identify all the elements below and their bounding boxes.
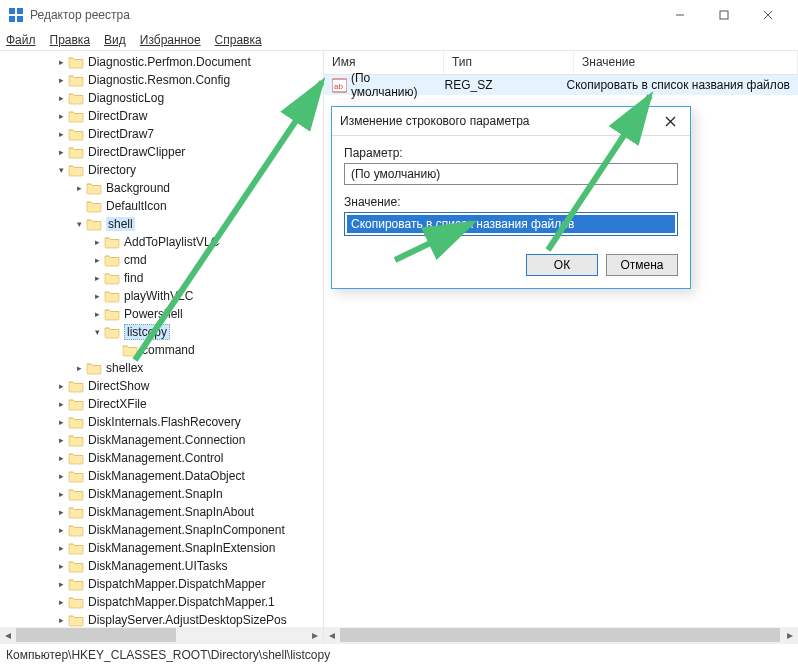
chevron-right-icon[interactable]: ▸ [90,235,104,249]
scroll-right-icon[interactable]: ▸ [307,627,323,643]
status-path: Компьютер\HKEY_CLASSES_ROOT\Directory\sh… [6,648,330,662]
col-header-value[interactable]: Значение [574,51,798,74]
tree-item[interactable]: ▸DirectDrawClipper [0,143,323,161]
tree-item[interactable]: ▸shellex [0,359,323,377]
window-title: Редактор реестра [30,8,658,22]
folder-icon [68,595,84,609]
chevron-right-icon[interactable]: ▸ [90,253,104,267]
tree-item[interactable]: ▸DirectDraw7 [0,125,323,143]
tree-item[interactable]: ▸DiskManagement.SnapInAbout [0,503,323,521]
tree-item[interactable]: ▸DiskManagement.SnapIn [0,485,323,503]
menu-edit[interactable]: Правка [50,33,91,47]
chevron-right-icon[interactable]: ▸ [54,433,68,447]
scroll-left-icon[interactable]: ◂ [0,627,16,643]
chevron-right-icon[interactable]: ▸ [54,577,68,591]
chevron-right-icon[interactable]: ▸ [72,181,86,195]
tree-item[interactable]: DefaultIcon [0,197,323,215]
tree-item[interactable]: command [0,341,323,359]
chevron-right-icon[interactable]: ▸ [54,505,68,519]
folder-icon [104,325,120,339]
tree-item[interactable]: ▸DiskManagement.SnapInExtension [0,539,323,557]
tree-item[interactable]: ▸Background [0,179,323,197]
tree-item[interactable]: ▸find [0,269,323,287]
tree-item[interactable]: ▸DispatchMapper.DispatchMapper.1 [0,593,323,611]
tree-item[interactable]: ▸DirectShow [0,377,323,395]
dialog-titlebar[interactable]: Изменение строкового параметра [332,107,690,135]
tree-item[interactable]: ▸cmd [0,251,323,269]
list-row[interactable]: ab (По умолчанию) REG_SZ Скопировать в с… [324,75,798,95]
chevron-right-icon[interactable]: ▸ [54,127,68,141]
close-button[interactable] [746,1,790,29]
list-scrollbar-h[interactable]: ◂ ▸ [324,627,798,643]
expander-none [72,199,86,213]
chevron-right-icon[interactable]: ▸ [72,361,86,375]
chevron-right-icon[interactable]: ▸ [54,487,68,501]
chevron-right-icon[interactable]: ▸ [90,307,104,321]
tree-item[interactable]: ▸DiskManagement.Connection [0,431,323,449]
tree-item-label: find [124,271,143,285]
chevron-right-icon[interactable]: ▸ [90,271,104,285]
registry-tree[interactable]: ▸Diagnostic.Perfmon.Document▸Diagnostic.… [0,51,323,643]
tree-item[interactable]: ▾listcopy [0,323,323,341]
tree-item[interactable]: ▸Diagnostic.Resmon.Config [0,71,323,89]
tree-item[interactable]: ▸DiskManagement.Control [0,449,323,467]
chevron-right-icon[interactable]: ▸ [54,73,68,87]
chevron-down-icon[interactable]: ▾ [72,217,86,231]
edit-string-dialog: Изменение строкового параметра Параметр:… [331,106,691,289]
tree-item[interactable]: ▸DiskManagement.DataObject [0,467,323,485]
tree-item[interactable]: ▸DispatchMapper.DispatchMapper [0,575,323,593]
tree-item[interactable]: ▸DiskInternals.FlashRecovery [0,413,323,431]
menu-file[interactable]: Файл [6,33,36,47]
chevron-right-icon[interactable]: ▸ [54,595,68,609]
chevron-right-icon[interactable]: ▸ [90,289,104,303]
value-name-cell: ab (По умолчанию) [324,71,437,99]
tree-item[interactable]: ▸Powershell [0,305,323,323]
scroll-right-icon[interactable]: ▸ [782,627,798,643]
chevron-down-icon[interactable]: ▾ [90,325,104,339]
tree-item[interactable]: ▸DirectDraw [0,107,323,125]
dialog-close-button[interactable] [658,110,682,132]
menu-help[interactable]: Справка [215,33,262,47]
folder-icon [68,127,84,141]
tree-item-label: playWithVLC [124,289,193,303]
maximize-button[interactable] [702,1,746,29]
scrollbar-thumb[interactable] [16,628,176,642]
menu-view[interactable]: Вид [104,33,126,47]
chevron-right-icon[interactable]: ▸ [54,397,68,411]
tree-item[interactable]: ▾shell [0,215,323,233]
tree-item[interactable]: ▸Diagnostic.Perfmon.Document [0,53,323,71]
tree-item[interactable]: ▸AddToPlaylistVLC [0,233,323,251]
value-input[interactable] [347,215,675,233]
chevron-right-icon[interactable]: ▸ [54,109,68,123]
chevron-right-icon[interactable]: ▸ [54,55,68,69]
chevron-right-icon[interactable]: ▸ [54,523,68,537]
folder-icon [68,163,84,177]
chevron-right-icon[interactable]: ▸ [54,469,68,483]
ok-button[interactable]: ОК [526,254,598,276]
chevron-right-icon[interactable]: ▸ [54,91,68,105]
folder-icon [68,469,84,483]
tree-item[interactable]: ▾Directory [0,161,323,179]
chevron-right-icon[interactable]: ▸ [54,559,68,573]
chevron-right-icon[interactable]: ▸ [54,541,68,555]
chevron-right-icon[interactable]: ▸ [54,451,68,465]
scrollbar-thumb[interactable] [340,628,780,642]
tree-item[interactable]: ▸DiskManagement.SnapInComponent [0,521,323,539]
tree-item[interactable]: ▸playWithVLC [0,287,323,305]
tree-item[interactable]: ▸DiagnosticLog [0,89,323,107]
menu-favorites[interactable]: Избранное [140,33,201,47]
chevron-right-icon[interactable]: ▸ [54,613,68,627]
tree-item[interactable]: ▸DirectXFile [0,395,323,413]
col-header-type[interactable]: Тип [444,51,574,74]
chevron-right-icon[interactable]: ▸ [54,415,68,429]
chevron-right-icon[interactable]: ▸ [54,145,68,159]
folder-icon [68,451,84,465]
tree-item[interactable]: ▸DiskManagement.UITasks [0,557,323,575]
folder-icon [68,487,84,501]
chevron-down-icon[interactable]: ▾ [54,163,68,177]
chevron-right-icon[interactable]: ▸ [54,379,68,393]
cancel-button[interactable]: Отмена [606,254,678,276]
scroll-left-icon[interactable]: ◂ [324,627,340,643]
tree-scrollbar-h[interactable]: ◂ ▸ [0,627,323,643]
minimize-button[interactable] [658,1,702,29]
